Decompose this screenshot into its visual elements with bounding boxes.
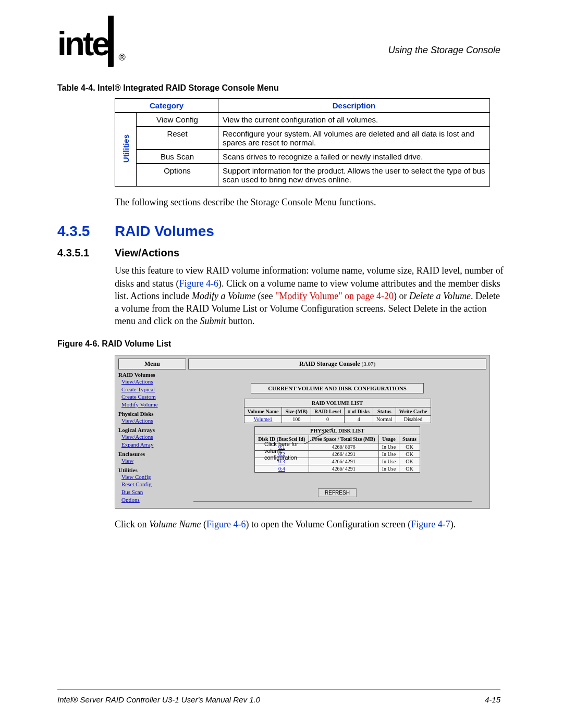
subheading-num: 4.3.5.1: [57, 247, 115, 259]
cell: In Use: [378, 443, 399, 450]
footer-right: 4-15: [485, 695, 500, 704]
menu-column: Menu RAID VolumesView/ActionsCreate Typi…: [118, 359, 186, 504]
table-caption: Table 4-4. Intel® Integrated RAID Storag…: [57, 83, 506, 93]
menu-title: Menu: [118, 359, 186, 369]
cell: 4: [345, 415, 373, 423]
menu-section-head: Utilities: [118, 467, 186, 473]
col-header: Volume Name: [244, 407, 282, 415]
refresh-button[interactable]: REFRESH: [318, 488, 357, 497]
raid-volume-list-table: RAID VOLUME LIST Volume NameSize (MB)RAI…: [244, 399, 431, 423]
footer-left: Intel® Server RAID Controller U3-1 User'…: [57, 695, 260, 704]
col-header: Status: [373, 407, 396, 415]
menu-link[interactable]: Reset Config: [121, 480, 186, 488]
row-item: View Config: [137, 113, 218, 127]
intel-logo: intel®: [57, 27, 120, 60]
cell: 4266/ 4291: [309, 458, 378, 465]
col-header: Size (MB): [282, 407, 311, 415]
menu-link[interactable]: View/Actions: [121, 433, 186, 441]
row-desc: Reconfigure your system. All volumes are…: [218, 127, 490, 150]
menu-link[interactable]: Create Custom: [121, 393, 186, 401]
heading-num: 4.3.5: [57, 223, 115, 240]
cell: Normal: [373, 415, 396, 423]
cell: OK: [399, 450, 420, 458]
row-desc: Support information for the product. All…: [218, 164, 490, 187]
page-header-right: Using the Storage Console: [388, 45, 500, 56]
callout-line: [304, 428, 333, 444]
menu-link[interactable]: Bus Scan: [121, 488, 186, 496]
row-desc: Scans drives to recognize a failed or ne…: [218, 150, 490, 164]
config-band: CURRENT VOLUME AND DISK CONFIGURATIONS: [251, 383, 424, 393]
row-item: Reset: [137, 127, 218, 150]
menu-link[interactable]: View/Actions: [121, 378, 186, 386]
menu-link[interactable]: View: [121, 457, 186, 465]
mini-table-title: RAID VOLUME LIST: [244, 399, 431, 407]
table-row: Volume110004NormalDisabled: [244, 415, 431, 423]
menu-link[interactable]: Create Typical: [121, 386, 186, 393]
footer-rule: [57, 689, 500, 689]
menu-link[interactable]: View/Actions: [121, 417, 186, 425]
menu-section-head: Physical Disks: [118, 411, 186, 417]
menu-section-head: Logical Arrays: [118, 427, 186, 433]
divider: [193, 501, 472, 502]
row-item: Bus Scan: [137, 150, 218, 164]
cell: Disabled: [396, 415, 431, 423]
cell: 0: [311, 415, 344, 423]
col-header: RAID Level: [311, 407, 344, 415]
xref-figure-4-6[interactable]: Figure 4-6: [206, 519, 246, 529]
cell: 4266/ 4291: [309, 450, 378, 458]
figure-raid-volume-list: Menu RAID VolumesView/ActionsCreate Typi…: [115, 355, 490, 509]
subheading-text: View/Actions: [115, 247, 179, 259]
menu-link[interactable]: Modify Volume: [121, 401, 186, 409]
console-column: RAID Storage Console (3.07) CURRENT VOLU…: [188, 359, 486, 504]
xref-modify-volume[interactable]: "Modify Volume" on page 4-20: [275, 291, 394, 301]
cell: 100: [282, 415, 311, 423]
para-view-actions: Use this feature to view RAID volume inf…: [115, 264, 506, 327]
menu-section-head: RAID Volumes: [118, 372, 186, 378]
col-header: # of Disks: [345, 407, 373, 415]
menu-link[interactable]: Expand Array: [121, 441, 186, 449]
disk-id-link[interactable]: 0:4: [278, 466, 285, 472]
row-item: Options: [137, 164, 218, 187]
cell: OK: [399, 443, 420, 450]
cell: OK: [399, 458, 420, 465]
row-group-utilities: Utilities: [115, 113, 137, 187]
col-description: Description: [218, 98, 490, 113]
utilities-table: Category Description Utilities View Conf…: [115, 98, 490, 187]
row-desc: View the current configuration of all vo…: [218, 113, 490, 127]
cell: OK: [399, 465, 420, 472]
svg-line-0: [304, 428, 333, 444]
col-header: Write Cache: [396, 407, 431, 415]
table-row: 0:44266/ 4291In UseOK: [255, 465, 420, 472]
callout-text: Click here for volume configuration: [264, 441, 306, 462]
col-header: Usage: [378, 435, 399, 443]
col-category: Category: [115, 98, 218, 113]
cell: In Use: [378, 458, 399, 465]
menu-link[interactable]: Options: [121, 496, 186, 504]
console-title: RAID Storage Console (3.07): [188, 359, 486, 369]
xref-figure-4-7[interactable]: Figure 4-7: [411, 519, 450, 529]
menu-link[interactable]: View Config: [121, 473, 186, 481]
mini-table-title: PHYSICAL DISK LIST: [255, 426, 420, 435]
col-header: Status: [399, 435, 420, 443]
figure-caption: Figure 4-6. RAID Volume List: [57, 339, 506, 349]
cell: 4266/ 8678: [309, 443, 378, 450]
heading-text: RAID Volumes: [115, 223, 214, 240]
para-click: Click on Volume Name (Figure 4-6) to ope…: [115, 518, 506, 530]
cell: In Use: [378, 465, 399, 472]
xref-figure-4-6[interactable]: Figure 4-6: [179, 278, 219, 289]
para-after-table: The following sections describe the Stor…: [115, 196, 506, 208]
cell: In Use: [378, 450, 399, 458]
cell: 4266/ 4291: [309, 465, 378, 472]
menu-section-head: Enclosures: [118, 451, 186, 457]
volume-name-link[interactable]: Volume1: [253, 416, 272, 422]
